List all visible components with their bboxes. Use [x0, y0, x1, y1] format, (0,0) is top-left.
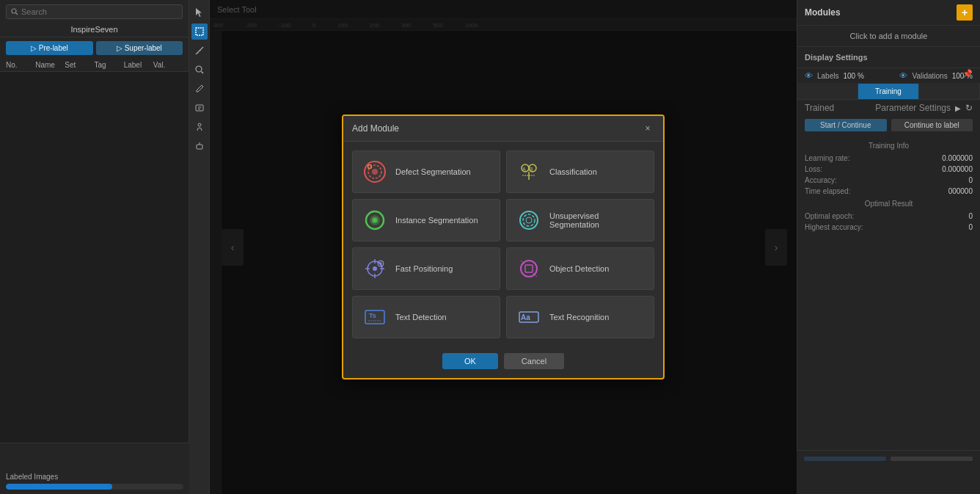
right-panel: Modules + Click to add a module 📌 Displa… — [797, 0, 980, 494]
classification-icon: A B — [516, 159, 542, 185]
svg-text:Ts: Ts — [369, 312, 376, 319]
labels-display-label: Labels — [817, 72, 838, 80]
zoom-tool-icon[interactable] — [191, 62, 208, 78]
module-option-text-detection[interactable]: Ts Text Detection — [352, 296, 500, 338]
object-detection-icon — [516, 255, 542, 282]
modules-header: Modules + — [797, 0, 980, 26]
classification-label: Classification — [549, 167, 597, 176]
tool-strip — [189, 0, 210, 494]
module-option-instance-seg[interactable]: Instance Segmentation — [352, 199, 500, 241]
svg-point-29 — [373, 219, 376, 222]
action-buttons: ▷ Pre-label ▷ Super-label — [0, 37, 189, 59]
left-sidebar: InspireSeven ▷ Pre-label ▷ Super-label N… — [0, 0, 189, 494]
bottom-start-button[interactable] — [804, 457, 886, 461]
move-tool-icon[interactable] — [191, 138, 208, 154]
click-to-add-text: Click to add a module — [797, 26, 980, 47]
select-tool-icon[interactable] — [191, 23, 208, 40]
trained-label: Trained — [805, 103, 834, 113]
modal-close-button[interactable]: × — [641, 122, 654, 135]
module-option-fast-positioning[interactable]: Fast Positioning — [352, 247, 500, 290]
training-info-title: Training Info — [805, 139, 973, 153]
ruler-tool-icon[interactable] — [191, 43, 208, 59]
add-module-button[interactable]: + — [957, 4, 973, 21]
modal-footer: OK Cancel — [343, 347, 663, 378]
label-tool-icon[interactable] — [191, 100, 208, 116]
progress-bar — [6, 484, 183, 490]
bottom-stop-button[interactable] — [891, 457, 973, 461]
highest-accuracy-label: Highest accuracy: — [805, 223, 863, 231]
unsupervised-seg-icon — [516, 207, 542, 233]
svg-marker-9 — [197, 85, 203, 92]
module-option-text-recognition[interactable]: Aa Text Recognition — [506, 296, 654, 338]
text-recognition-icon: Aa — [516, 304, 542, 330]
tab-item-3[interactable] — [919, 84, 980, 99]
svg-point-0 — [12, 9, 16, 13]
add-module-dialog: Add Module × Defect Segmentation — [342, 115, 665, 379]
svg-point-34 — [373, 266, 377, 271]
project-label: InspireSeven — [0, 23, 189, 37]
svg-line-1 — [16, 13, 18, 15]
module-option-classification[interactable]: A B Classification — [506, 150, 654, 193]
highest-accuracy-value: 0 — [968, 223, 973, 231]
continue-label-button[interactable]: Continue to label — [891, 119, 973, 131]
search-bar[interactable] — [6, 4, 183, 19]
loss-label: Loss: — [805, 165, 822, 173]
defect-seg-label: Defect Segmentation — [395, 167, 471, 176]
search-icon — [11, 8, 18, 15]
svg-point-31 — [523, 214, 535, 226]
svg-rect-3 — [196, 28, 203, 35]
col-label: Label — [124, 61, 153, 69]
display-settings-title: Display Settings — [797, 47, 980, 68]
svg-point-32 — [526, 217, 532, 223]
pencil-tool-icon[interactable] — [191, 81, 208, 97]
table-header: No. Name Set Tag Label Val. — [0, 59, 189, 72]
optimal-epoch-value: 0 — [968, 212, 973, 220]
accuracy-label: Accuracy: — [805, 176, 837, 184]
svg-marker-2 — [196, 8, 202, 17]
labeled-images-label: Labeled Images — [6, 473, 183, 481]
prelabel-icon: ▷ — [31, 44, 37, 52]
svg-rect-42 — [525, 265, 533, 272]
param-arrow-icon: ▶ — [955, 104, 961, 112]
instance-seg-icon — [362, 207, 388, 233]
tab-item-1[interactable] — [797, 84, 858, 99]
module-option-unsupervised-seg[interactable]: Unsupervised Segmentation — [506, 199, 654, 241]
time-elapsed-value: 000000 — [948, 187, 973, 195]
unsupervised-seg-label: Unsupervised Segmentation — [549, 211, 645, 229]
svg-point-40 — [379, 262, 382, 265]
defect-seg-icon — [362, 159, 388, 185]
modal-body: Defect Segmentation A B Classification — [343, 142, 663, 347]
pointer-tool-icon[interactable] — [191, 4, 208, 21]
eye-icon-labels: 👁 — [805, 71, 813, 80]
superlabel-button[interactable]: ▷ Super-label — [96, 41, 183, 55]
trained-row: Trained Parameter Settings ▶ ↻ — [797, 100, 980, 116]
instance-seg-label: Instance Segmentation — [395, 216, 478, 225]
modal-overlay: Add Module × Defect Segmentation — [210, 0, 797, 494]
optimal-epoch-label: Optimal epoch: — [805, 212, 854, 220]
col-tag: Tag — [95, 61, 124, 69]
modules-title: Modules — [805, 7, 841, 18]
col-val: Val. — [153, 61, 183, 69]
start-continue-button[interactable]: Start / Continue — [805, 119, 887, 131]
learning-rate-label: Learning rate: — [805, 154, 850, 162]
modal-ok-button[interactable]: OK — [442, 353, 498, 369]
modal-cancel-button[interactable]: Cancel — [504, 353, 564, 369]
svg-point-13 — [198, 123, 201, 126]
object-detection-label: Object Detection — [549, 264, 609, 273]
param-settings-label: Parameter Settings — [875, 103, 951, 113]
tab-training[interactable]: Training — [858, 84, 919, 99]
image-list — [0, 72, 189, 494]
prelabel-button[interactable]: ▷ Pre-label — [6, 41, 93, 55]
loss-value: 0.000000 — [942, 165, 973, 173]
search-input[interactable] — [21, 7, 178, 16]
refresh-icon[interactable]: ↻ — [965, 103, 973, 113]
svg-point-18 — [372, 169, 378, 175]
eye-icon-validations: 👁 — [899, 71, 907, 80]
learning-rate-value: 0.000000 — [942, 154, 973, 162]
module-option-object-detection[interactable]: Object Detection — [506, 247, 654, 290]
module-option-defect-seg[interactable]: Defect Segmentation — [352, 150, 500, 193]
svg-rect-14 — [197, 145, 202, 149]
fast-positioning-icon — [362, 255, 388, 282]
modal-header: Add Module × — [343, 116, 663, 142]
person-tool-icon[interactable] — [191, 119, 208, 135]
